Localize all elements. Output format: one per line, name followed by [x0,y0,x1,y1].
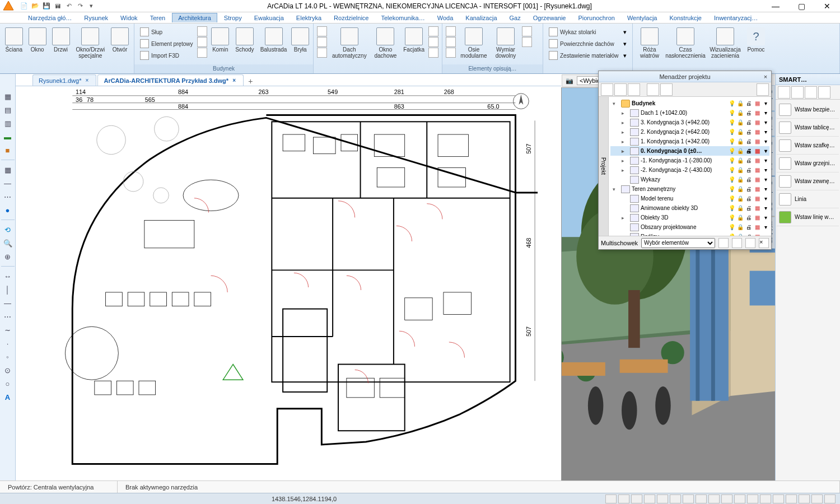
rf5-icon[interactable] [428,37,438,47]
lb7-icon[interactable]: — [2,178,13,189]
tree-node[interactable]: Obszary projektowane💡🔒🖨▦▾ [610,222,769,232]
project-manager-panel[interactable]: Menadżer projektu× Projekt ▾Budynek💡🔒🖨▦▾… [598,71,772,250]
roof-window-button[interactable]: Okno dachowe [371,25,401,63]
doc-tab-1[interactable]: Rysunek1.dwg*× [32,74,96,86]
pmft1-icon[interactable] [718,238,729,248]
sb2-icon[interactable] [618,494,629,503]
lbl6-icon[interactable]: · [2,338,13,349]
lb2-icon[interactable]: ▤ [2,104,13,115]
pm-side-tab[interactable]: Projekt [599,97,609,236]
ax2-icon[interactable] [446,37,456,47]
pmtb3-icon[interactable] [628,83,640,96]
sb1-icon[interactable] [605,494,617,503]
pm-footer-select[interactable]: Wybór elementów [641,238,715,248]
pmtb1-icon[interactable] [601,83,613,96]
sb6-icon[interactable] [670,494,681,503]
lb5-icon[interactable]: ■ [2,144,13,156]
tab-electric[interactable]: Elektryka [291,13,327,22]
window-button[interactable]: Okno [26,25,49,63]
tab-switchboards[interactable]: Rozdzielnice [328,13,374,22]
lbl5-icon[interactable]: ∼ [2,324,13,335]
smart-item-2[interactable]: Wstaw szafkę… [777,137,839,155]
qat-redo-icon[interactable]: ↷ [75,1,85,11]
tab-floors[interactable]: Stropy [218,13,248,22]
roof-areas-button[interactable]: Powierzchnie dachów▾ [547,38,629,49]
tab-heating[interactable]: Ogrzewanie [528,13,572,22]
qat-undo-icon[interactable]: ↶ [64,1,74,11]
sun-time-button[interactable]: Czas nasłonecznienia [664,25,707,63]
tab-construction[interactable]: Konstrukcje [664,13,707,22]
lbl1-icon[interactable]: ↔ [2,270,13,282]
smart-item-5[interactable]: Linia [777,190,839,208]
tree-node[interactable]: ▸-1. Kondygnacja -1 (-280.00)💡🔒🖨▦▾ [610,156,769,165]
tree-node[interactable]: ▸2. Kondygnacja 2 (+642.00)💡🔒🖨▦▾ [610,127,769,137]
qat-save-icon[interactable]: 💾 [41,1,52,11]
qat-new-icon[interactable]: 📄 [19,1,29,11]
tree-node[interactable]: ▾Budynek💡🔒🖨▦▾ [610,99,769,108]
close-tab-icon[interactable]: × [231,77,237,84]
rf3-icon[interactable] [317,48,327,58]
tree-node[interactable]: ▸Rośliny💡🔒🖨▦▾ [610,232,769,236]
modular-axes-button[interactable]: Osie modularne [457,25,491,63]
lb3-icon[interactable]: ▥ [2,118,13,129]
s1-icon[interactable] [778,86,790,99]
s2-icon[interactable] [791,86,804,99]
zoom-in-icon[interactable]: 🔍 [2,237,13,249]
zoom-fit-icon[interactable]: ⊕ [2,251,13,262]
tab-view[interactable]: Widok [115,13,143,22]
s3-icon[interactable] [805,86,817,99]
lbl9-icon[interactable]: ○ [2,378,13,389]
pmft2-icon[interactable] [732,238,742,248]
pmtb4-icon[interactable] [647,83,659,96]
tab-sewage[interactable]: Kanalizacja [460,13,502,22]
help-button[interactable]: ?Pomoc [744,25,768,63]
solid-button[interactable]: Bryła [290,25,311,63]
tab-gas[interactable]: Gaz [504,13,526,22]
sb12-icon[interactable] [747,494,758,503]
tree-node[interactable]: ▸Obiekty 3D💡🔒🖨▦▾ [610,213,769,222]
auto-roof-button[interactable]: Dach automatyczny [328,25,371,63]
ax4-icon[interactable] [522,26,532,36]
close-tab-icon[interactable]: × [83,77,90,84]
tab-evacuation[interactable]: Ewakuacja [249,13,290,22]
sb3-icon[interactable] [631,494,642,503]
smart-item-3[interactable]: Wstaw grzejni… [777,155,839,172]
tab-terrain[interactable]: Teren [144,13,171,22]
lbl2-icon[interactable]: │ [2,284,13,295]
sb16-icon[interactable] [799,494,810,503]
qat-more-icon[interactable]: ▾ [86,1,96,11]
special-window-door-button[interactable]: Okno/Drzwi specjalne [72,25,108,63]
doc-tab-2[interactable]: ArCADia-ARCHITEKTURA Przykład 3.dwg*× [97,74,244,86]
pmft3-icon[interactable] [745,238,755,248]
wind-rose-button[interactable]: Róża wiatrów [635,25,664,63]
sb15-icon[interactable] [786,494,797,503]
tab-architecture[interactable]: Architektura [172,13,217,22]
lbl3-icon[interactable]: — [2,297,13,309]
tab-water[interactable]: Woda [432,13,459,22]
rf6-icon[interactable] [428,48,438,58]
lb8-icon[interactable]: ⋯ [2,191,13,202]
lbl7-icon[interactable]: ◦ [2,351,13,362]
sb5-icon[interactable] [657,494,668,503]
tree-node[interactable]: ▸0. Kondygnacja 0 (±0…💡🔒🖨▦▾ [610,146,769,156]
tab-telecom[interactable]: Telekomunika… [375,13,430,22]
column-button[interactable]: Słup [138,26,195,38]
pm-close-icon[interactable]: × [762,73,769,81]
opening-button[interactable]: Otwór [108,25,132,63]
pmft4-icon[interactable]: × [759,238,769,248]
lb6-icon[interactable]: ▦ [2,164,13,175]
opt1-icon[interactable] [197,26,207,36]
opt2-icon[interactable] [197,37,207,47]
tab-drawing[interactable]: Rysunek [78,13,114,22]
lbl8-icon[interactable]: ⊙ [2,365,13,376]
tab-ventilation[interactable]: Wentylacja [622,13,663,22]
cam-icon[interactable]: 📷 [566,77,573,85]
tree-node[interactable]: ▸3. Kondygnacja 3 (+942.00)💡🔒🖨▦▾ [610,118,769,127]
sb9-icon[interactable] [708,494,720,503]
sb11-icon[interactable] [734,494,745,503]
tree-node[interactable]: Animowane obiekty 3D💡🔒🖨▦▾ [610,203,769,213]
smart-item-4[interactable]: Wstaw zewnę… [777,172,839,190]
tree-node[interactable]: ▸-2. Kondygnacja -2 (-430.00)💡🔒🖨▦▾ [610,165,769,175]
lb1-icon[interactable]: ▦ [2,91,13,102]
ax1-icon[interactable] [446,26,456,36]
